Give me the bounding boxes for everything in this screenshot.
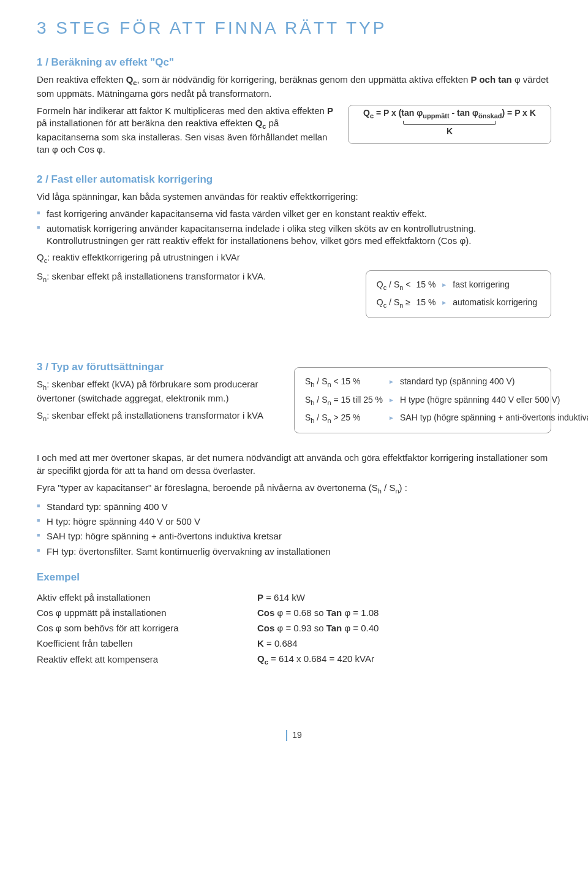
sh-line: Sh: skenbar effekt (kVA) på förbrukare s…: [37, 378, 282, 405]
formula-box: Qc = P x (tan φuppmätt - tan φönskad) = …: [348, 105, 551, 144]
page-footer: 19: [37, 729, 551, 741]
example-head: Exempel: [37, 571, 551, 584]
section1-para1: Den reaktiva effekten Qc, som är nödvänd…: [37, 74, 551, 100]
overtone-para1: I och med att mer övertoner skapas, är d…: [37, 452, 551, 477]
section2-bullet2: automatisk korrigering använder kapacita…: [37, 223, 551, 248]
section2-head: 2 / Fast eller automatisk korrigering: [37, 173, 551, 186]
sn-line: Sn: skenbar effekt på installationens tr…: [37, 270, 347, 284]
section2-bullet1: fast korrigering använder kapacitanserna…: [37, 208, 551, 220]
page-title: 3 STEG FÖR ATT FINNA RÄTT TYP: [37, 18, 551, 38]
threshold-box: Qc / Sn <15 %►fast korrigering Qc / Sn ≥…: [366, 270, 551, 319]
section1-head: 1 / Beräkning av effekt "Qc": [37, 56, 551, 69]
type-bullet4: FH typ: övertonsfilter. Samt kontirnuerl…: [37, 546, 551, 558]
type-bullet2: H typ: högre spänning 440 V or 500 V: [37, 515, 551, 528]
section3-head: 3 / Typ av föruttsättningar: [37, 361, 282, 373]
qc-line: Qc: reaktiv effektkorrigering på utrustn…: [37, 251, 551, 265]
type-bullet1: Standard typ: spänning 400 V: [37, 501, 551, 513]
section1-para2: Formeln här indikerar att faktor K multi…: [37, 105, 336, 156]
section2-intro: Vid låga spänningar, kan båda systemen a…: [37, 191, 551, 203]
type-bullet3: SAH typ: högre spänning + anti-övertons …: [37, 530, 551, 542]
page-number: 19: [286, 730, 302, 741]
type-box: Sh / Sn < 15 %►standard typ (spänning 40…: [294, 367, 551, 433]
sn-line2: Sn: skenbar effekt på installationens tr…: [37, 409, 282, 424]
overtone-para2: Fyra "typer av kapacitanser" är föreslag…: [37, 482, 551, 496]
example-table: Aktiv effekt på installationenP = 614 kW…: [37, 590, 379, 668]
